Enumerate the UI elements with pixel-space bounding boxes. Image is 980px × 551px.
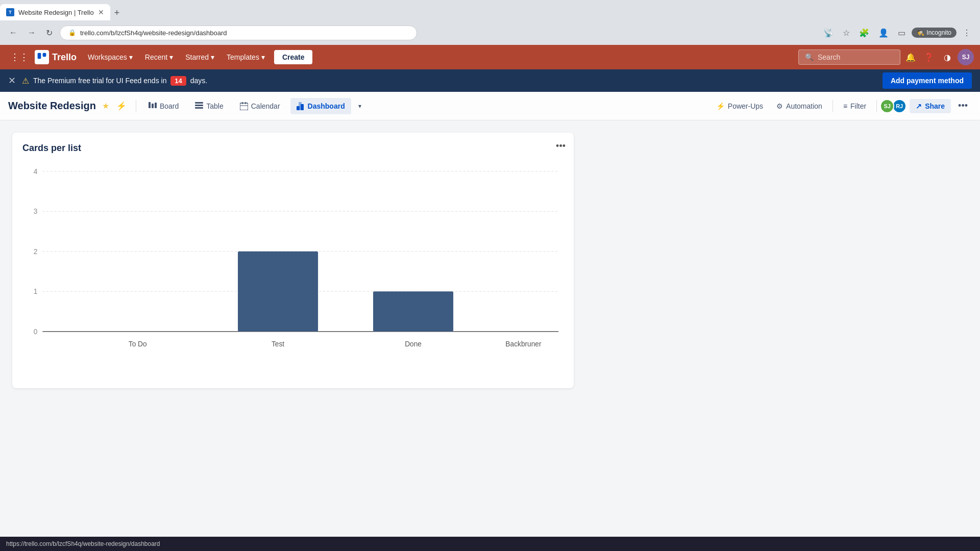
active-tab[interactable]: T Website Redesign | Trello ✕ <box>0 4 110 20</box>
new-tab-button[interactable]: + <box>110 6 124 20</box>
automation-button[interactable]: ⚙ Automation <box>771 99 827 113</box>
board-view-button[interactable]: Board <box>142 98 185 114</box>
days-badge: 14 <box>170 76 186 86</box>
table-icon <box>195 102 203 110</box>
favicon: T <box>6 8 14 16</box>
recent-chevron: ▾ <box>169 53 173 61</box>
warning-icon: ⚠ <box>22 76 29 86</box>
bar-chart: 4 3 2 1 0 <box>22 164 564 378</box>
divider2 <box>832 100 833 112</box>
table-view-button[interactable]: Table <box>189 98 229 114</box>
dashboard-area: Cards per list ••• 4 3 2 1 0 <box>0 120 980 551</box>
browser-toolbar: ← → ↻ 🔒 trello.com/b/lzcfSh4q/website-re… <box>0 20 980 45</box>
app-name: Trello <box>52 52 77 63</box>
filter-button[interactable]: ≡ Filter <box>838 99 871 113</box>
lock-icon: 🔒 <box>68 29 76 36</box>
chart-svg: 4 3 2 1 0 <box>22 164 564 378</box>
templates-chevron: ▾ <box>261 53 265 61</box>
incognito-label: Incognito <box>926 29 951 36</box>
address-bar[interactable]: 🔒 trello.com/b/lzcfSh4q/website-redesign… <box>60 26 417 40</box>
share-icon: ↗ <box>916 102 922 110</box>
app-body: Website Redesign ★ ⚡ Board Table Calenda… <box>0 92 980 551</box>
more-options-button[interactable]: ••• <box>954 98 972 113</box>
workspaces-label: Workspaces <box>88 53 127 61</box>
trello-logo-icon <box>35 50 49 64</box>
recent-menu[interactable]: Recent ▾ <box>140 50 178 64</box>
automation-icon: ⚙ <box>776 102 783 110</box>
close-banner-button[interactable]: ✕ <box>8 75 16 86</box>
templates-menu[interactable]: Templates ▾ <box>222 50 270 64</box>
divider3 <box>876 100 877 112</box>
cards-per-list-chart: Cards per list ••• 4 3 2 1 0 <box>12 133 574 388</box>
power-ups-button[interactable]: ⚡ Power-Ups <box>711 99 768 113</box>
calendar-icon <box>240 102 248 110</box>
star-button[interactable]: ★ <box>102 101 109 111</box>
incognito-icon: 🕵 <box>917 29 924 36</box>
bar-done <box>373 291 453 332</box>
avatar-sj[interactable]: SJ <box>880 99 894 113</box>
help-button[interactable]: ❓ <box>921 49 937 65</box>
x-label-todo: To Do <box>129 340 147 348</box>
status-bar: https://trello.com/b/lzcfSh4q/website-re… <box>0 537 980 551</box>
recent-label: Recent <box>145 53 167 61</box>
tab-title: Website Redesign | Trello <box>18 9 94 16</box>
svg-rect-3 <box>152 104 154 108</box>
theme-button[interactable]: ◑ <box>939 49 955 65</box>
browser-actions: 📡 ☆ 🧩 👤 ▭ 🕵 Incognito ⋮ <box>820 26 974 40</box>
y-label-2: 2 <box>34 248 38 256</box>
bookmark-icon[interactable]: ☆ <box>840 26 853 40</box>
power-ups-icon: ⚡ <box>716 102 725 110</box>
dashboard-view-button[interactable]: Dashboard <box>290 98 351 114</box>
svg-rect-14 <box>299 102 302 110</box>
more-views-button[interactable]: ▾ <box>355 98 364 114</box>
filter-icon: ≡ <box>843 102 847 110</box>
premium-banner: ✕ ⚠ The Premium free trial for UI Feed e… <box>0 69 980 92</box>
trello-header: ⋮⋮ Trello Workspaces ▾ Recent ▾ Starred … <box>0 45 980 69</box>
svg-rect-2 <box>149 102 151 108</box>
menu-button[interactable]: ⋮ <box>960 26 974 40</box>
y-label-0: 0 <box>34 328 38 336</box>
extensions-icon[interactable]: 🧩 <box>856 26 872 40</box>
header-icons: 🔔 ❓ ◑ SJ <box>902 49 974 65</box>
share-button[interactable]: ↗ Share <box>910 99 951 113</box>
status-url: https://trello.com/b/lzcfSh4q/website-re… <box>6 540 160 547</box>
x-label-test: Test <box>272 340 284 348</box>
right-actions: ⚡ Power-Ups ⚙ Automation ≡ Filter SJ RJ … <box>711 98 972 113</box>
back-button[interactable]: ← <box>6 26 20 39</box>
incognito-badge: 🕵 Incognito <box>912 28 957 38</box>
svg-rect-6 <box>195 105 203 106</box>
chart-menu-button[interactable]: ••• <box>556 141 566 152</box>
search-bar[interactable]: 🔍 Search <box>798 49 900 65</box>
board-settings-icon[interactable]: ⚡ <box>113 99 130 113</box>
starred-chevron: ▾ <box>211 53 214 61</box>
user-avatar[interactable]: SJ <box>958 49 974 65</box>
forward-button[interactable]: → <box>24 26 39 39</box>
profile-icon[interactable]: 👤 <box>875 26 892 40</box>
close-tab-button[interactable]: ✕ <box>98 8 104 16</box>
starred-menu[interactable]: Starred ▾ <box>180 50 219 64</box>
notifications-button[interactable]: 🔔 <box>902 49 919 65</box>
calendar-view-button[interactable]: Calendar <box>234 98 286 114</box>
reload-button[interactable]: ↻ <box>43 26 56 40</box>
banner-text: The Premium free trial for UI Feed ends … <box>33 77 883 85</box>
search-icon: 🔍 <box>805 53 814 61</box>
bar-test <box>238 252 318 332</box>
chart-title: Cards per list <box>22 143 564 154</box>
sidebar-icon[interactable]: ▭ <box>895 26 909 40</box>
create-button[interactable]: Create <box>274 50 313 64</box>
add-payment-button[interactable]: Add payment method <box>883 72 972 89</box>
templates-label: Templates <box>227 53 259 61</box>
cast-icon[interactable]: 📡 <box>820 26 837 40</box>
workspaces-menu[interactable]: Workspaces ▾ <box>83 50 138 64</box>
avatar-rj[interactable]: RJ <box>892 99 906 113</box>
workspaces-chevron: ▾ <box>129 53 133 61</box>
trello-logo: Trello <box>35 50 77 64</box>
starred-label: Starred <box>185 53 209 61</box>
y-label-3: 3 <box>34 208 38 215</box>
member-avatars: SJ RJ <box>882 99 906 113</box>
dashboard-icon <box>297 102 305 110</box>
board-header: Website Redesign ★ ⚡ Board Table Calenda… <box>0 92 980 120</box>
apps-icon[interactable]: ⋮⋮ <box>6 49 33 65</box>
svg-rect-7 <box>195 107 203 109</box>
browser-chrome: T Website Redesign | Trello ✕ + ← → ↻ 🔒 … <box>0 0 980 45</box>
